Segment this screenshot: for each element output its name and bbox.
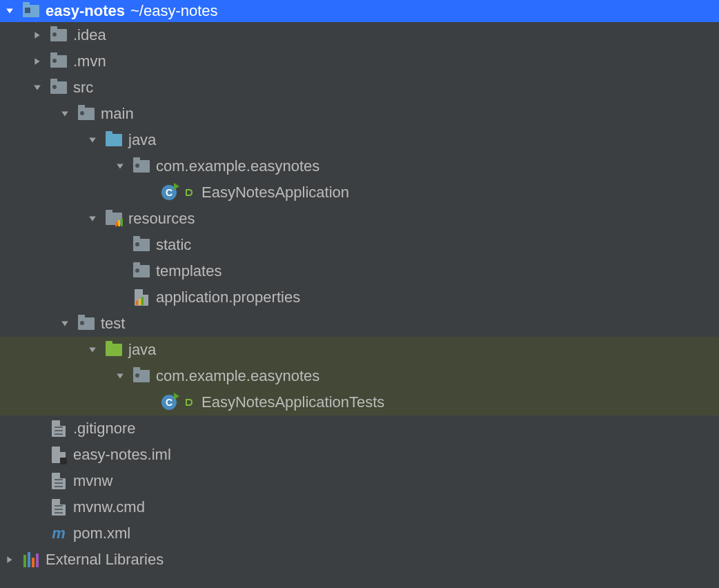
project-name: easy-notes [46, 2, 125, 20]
folder-icon [132, 236, 150, 254]
tree-label: templates [156, 262, 221, 280]
tree-item-mvnw[interactable]: mvnw [0, 468, 719, 494]
tree-label: main [101, 105, 134, 123]
folder-icon [50, 26, 68, 44]
test-source-folder-icon [105, 341, 123, 359]
expand-toggle-icon[interactable] [59, 318, 70, 329]
expand-toggle-icon[interactable] [32, 82, 43, 93]
expand-toggle-icon[interactable] [4, 6, 15, 17]
spring-bean-icon [184, 397, 195, 408]
class-icon: C [160, 393, 178, 411]
expand-toggle-icon[interactable] [115, 371, 126, 382]
project-root-row[interactable]: easy-notes ~/easy-notes [0, 0, 719, 22]
tree-item-templates[interactable]: templates [0, 258, 719, 284]
tree-label: java [128, 341, 156, 359]
svg-marker-11 [7, 556, 12, 563]
tree-label: pom.xml [73, 525, 130, 542]
tree-item-main-package[interactable]: com.example.easynotes [0, 153, 719, 179]
svg-marker-5 [89, 137, 96, 142]
tree-label: com.example.easynotes [156, 157, 319, 175]
file-icon [50, 420, 68, 438]
tree-item-iml[interactable]: easy-notes.iml [0, 442, 719, 468]
tree-label: .mvn [73, 52, 106, 70]
tree-item-test-package[interactable]: com.example.easynotes [0, 363, 719, 389]
svg-marker-1 [35, 32, 39, 39]
project-path: ~/easy-notes [130, 2, 218, 20]
libraries-icon [22, 551, 40, 569]
tree-item-resources[interactable]: resources [0, 206, 719, 232]
svg-marker-10 [117, 373, 124, 378]
tree-label: .gitignore [73, 420, 136, 438]
iml-file-icon [50, 446, 68, 464]
tree-label: EasyNotesApplication [201, 184, 349, 202]
svg-marker-6 [117, 164, 124, 168]
tree-item-test[interactable]: test [0, 311, 719, 337]
file-icon [50, 472, 68, 490]
tree-label: static [156, 236, 191, 254]
expand-toggle-icon[interactable] [4, 554, 15, 565]
tree-item-mvn[interactable]: .mvn [0, 48, 719, 75]
tree-item-main-java[interactable]: java [0, 127, 719, 153]
tree-item-test-class[interactable]: C EasyNotesApplicationTests [0, 389, 719, 415]
folder-icon [77, 105, 95, 123]
svg-marker-9 [89, 347, 96, 352]
tree-item-static[interactable]: static [0, 232, 719, 258]
tree-label: mvnw [73, 472, 112, 490]
project-tree: easy-notes ~/easy-notes .idea .mvn src [0, 0, 719, 573]
tree-label: java [128, 131, 156, 149]
module-folder-icon [22, 2, 40, 20]
file-icon [50, 498, 68, 516]
properties-file-icon [132, 288, 150, 306]
folder-icon [50, 52, 68, 70]
svg-marker-7 [89, 216, 96, 221]
folder-icon [77, 315, 95, 333]
svg-marker-3 [34, 85, 41, 90]
class-icon: C [160, 184, 178, 202]
svg-marker-2 [35, 58, 39, 65]
package-folder-icon [132, 367, 150, 385]
tree-item-pom[interactable]: m pom.xml [0, 520, 719, 547]
tree-label: .idea [73, 26, 106, 44]
expand-toggle-icon[interactable] [59, 108, 70, 119]
tree-item-gitignore[interactable]: .gitignore [0, 415, 719, 442]
package-folder-icon [132, 157, 150, 175]
expand-toggle-icon[interactable] [115, 161, 126, 172]
svg-marker-0 [6, 8, 13, 13]
tree-item-main-class[interactable]: C EasyNotesApplication [0, 179, 719, 206]
spring-bean-icon [184, 187, 195, 198]
expand-toggle-icon[interactable] [87, 213, 98, 224]
expand-toggle-icon[interactable] [32, 30, 43, 41]
folder-icon [50, 79, 68, 97]
tree-item-external-libraries[interactable]: External Libraries [0, 547, 719, 573]
tree-label: External Libraries [46, 551, 164, 569]
tree-item-test-java[interactable]: java [0, 337, 719, 363]
expand-toggle-icon[interactable] [87, 135, 98, 146]
resources-folder-icon [105, 210, 123, 228]
folder-icon [132, 262, 150, 280]
tree-label: application.properties [156, 288, 300, 306]
tree-item-main[interactable]: main [0, 101, 719, 127]
tree-label: com.example.easynotes [156, 367, 319, 385]
maven-file-icon: m [50, 525, 68, 542]
tree-item-mvnw-cmd[interactable]: mvnw.cmd [0, 494, 719, 520]
expand-toggle-icon[interactable] [87, 344, 98, 355]
svg-marker-8 [61, 321, 68, 326]
tree-item-idea[interactable]: .idea [0, 22, 719, 48]
svg-marker-4 [61, 111, 68, 116]
source-folder-icon [105, 131, 123, 149]
tree-label: EasyNotesApplicationTests [201, 393, 384, 411]
tree-item-app-properties[interactable]: application.properties [0, 284, 719, 311]
tree-label: src [73, 79, 93, 97]
tree-label: resources [128, 210, 195, 228]
tree-label: mvnw.cmd [73, 498, 145, 516]
tree-item-src[interactable]: src [0, 75, 719, 101]
tree-label: test [101, 315, 125, 333]
tree-label: easy-notes.iml [73, 446, 171, 464]
expand-toggle-icon[interactable] [32, 56, 43, 67]
